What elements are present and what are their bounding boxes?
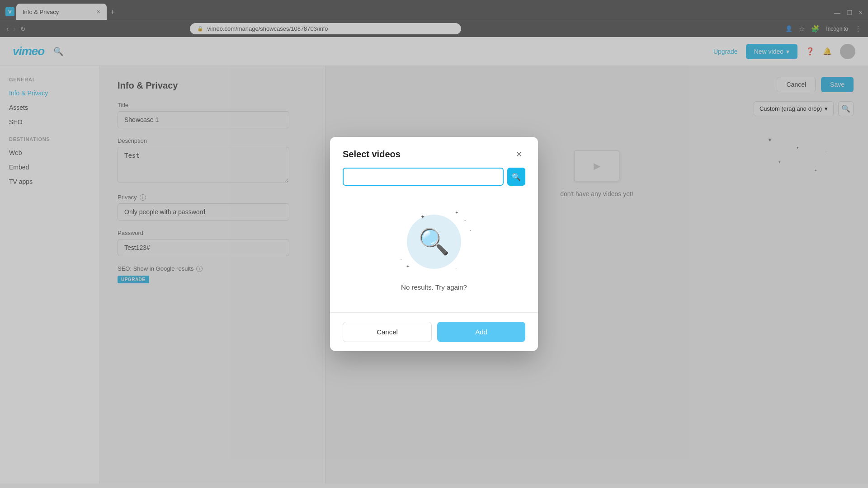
spark-5: • — [401, 258, 402, 262]
spark-6: • — [470, 228, 471, 232]
modal-body: 🔍 ✦ ✦ • ✦ • • • No results. Try again? — [330, 195, 538, 312]
no-results-text: No results. Try again? — [401, 283, 467, 291]
modal-add-btn[interactable]: Add — [437, 322, 525, 342]
modal-cancel-btn[interactable]: Cancel — [343, 322, 432, 342]
modal-overlay: Select videos × 🔍 🔍 ✦ ✦ • ✦ • • • No r — [0, 0, 868, 488]
select-videos-modal: Select videos × 🔍 🔍 ✦ ✦ • ✦ • • • No r — [330, 137, 538, 351]
modal-footer: Cancel Add — [330, 313, 538, 351]
modal-title: Select videos — [343, 149, 401, 160]
modal-search-input[interactable] — [343, 168, 504, 186]
spark-1: ✦ — [420, 214, 425, 220]
spark-2: ✦ — [455, 210, 458, 215]
spark-4: ✦ — [406, 264, 410, 269]
spark-3: • — [464, 218, 466, 222]
search-mag-icon: 🔍 — [418, 227, 450, 257]
modal-search-btn[interactable]: 🔍 — [507, 168, 525, 186]
search-illustration: 🔍 ✦ ✦ • ✦ • • • — [393, 206, 475, 278]
modal-header: Select videos × — [330, 137, 538, 168]
modal-search-row: 🔍 — [330, 168, 538, 195]
modal-close-btn[interactable]: × — [513, 148, 525, 160]
spark-7: • — [455, 267, 457, 271]
